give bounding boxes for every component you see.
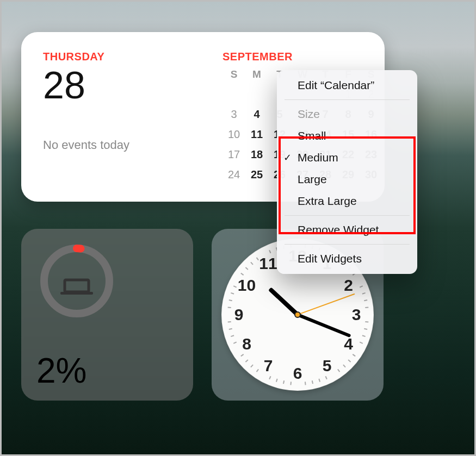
menu-separator <box>285 99 410 100</box>
svg-rect-2 <box>60 292 93 295</box>
calendar-dow-cell: M <box>245 68 268 80</box>
clock-number: 8 <box>242 335 251 353</box>
menu-size-label: Medium <box>298 151 338 164</box>
menu-edit-widgets[interactable]: Edit Widgets <box>277 248 417 270</box>
menu-remove-widget[interactable]: Remove Widget <box>277 219 417 241</box>
calendar-left-panel: THURSDAY 28 No events today <box>43 51 222 185</box>
clock-number: 4 <box>344 335 353 353</box>
calendar-date-cell: 3 <box>222 108 245 121</box>
calendar-date-cell <box>245 88 268 101</box>
calendar-dow-cell: S <box>222 68 245 80</box>
calendar-date-cell: 4 <box>245 108 268 121</box>
menu-size-option-extra-large[interactable]: Extra Large <box>277 190 417 212</box>
menu-size-label: Extra Large <box>298 195 357 207</box>
clock-number: 7 <box>264 357 273 375</box>
clock-minute-hand <box>297 313 351 338</box>
clock-number: 10 <box>238 276 256 295</box>
clock-center-pin <box>294 311 301 318</box>
calendar-day-label: THURSDAY <box>43 51 222 63</box>
battery-widget[interactable]: 2% <box>21 229 193 401</box>
battery-percent-label: 2% <box>36 351 87 391</box>
menu-size-header: Size <box>277 103 417 125</box>
menu-size-label: Large <box>298 173 327 185</box>
calendar-no-events-text: No events today <box>43 138 222 152</box>
menu-edit-calendar[interactable]: Edit “Calendar” <box>277 74 417 96</box>
clock-hour-hand <box>268 287 299 316</box>
desktop-wallpaper: THURSDAY 28 No events today SEPTEMBER SM… <box>0 0 476 456</box>
menu-size-label: Small <box>298 129 326 142</box>
calendar-date-cell: 17 <box>222 148 245 161</box>
calendar-date-cell: 25 <box>245 168 268 181</box>
battery-ring-svg <box>36 241 117 321</box>
calendar-date-cell <box>222 88 245 101</box>
clock-second-hand <box>298 293 355 315</box>
calendar-date-cell: 18 <box>245 148 268 161</box>
calendar-date-cell: 11 <box>245 128 268 141</box>
widget-context-menu: Edit “Calendar” Size Small✓MediumLargeEx… <box>277 70 417 274</box>
clock-number: 2 <box>344 276 353 295</box>
battery-ring <box>36 241 117 321</box>
menu-separator <box>285 215 410 216</box>
menu-size-option-small[interactable]: Small <box>277 125 417 147</box>
calendar-day-number: 28 <box>43 66 222 104</box>
menu-size-option-large[interactable]: Large <box>277 168 417 190</box>
clock-number: 9 <box>234 305 244 324</box>
check-icon: ✓ <box>283 152 292 164</box>
laptop-icon <box>65 280 89 292</box>
clock-number: 5 <box>323 357 332 375</box>
clock-number: 6 <box>293 364 302 383</box>
clock-number: 3 <box>352 305 361 324</box>
calendar-date-cell: 10 <box>222 128 245 141</box>
menu-separator <box>285 244 410 245</box>
menu-size-option-medium[interactable]: ✓Medium <box>277 147 417 168</box>
calendar-month-label: SEPTEMBER <box>222 51 382 63</box>
calendar-date-cell: 24 <box>222 168 245 181</box>
clock-number: 11 <box>259 254 277 273</box>
